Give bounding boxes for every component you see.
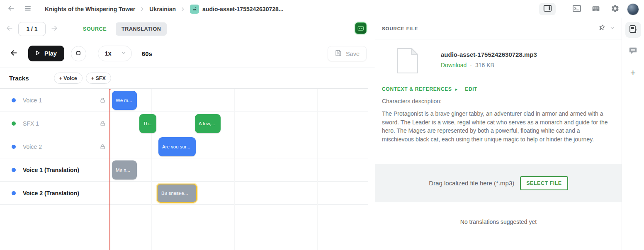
audio-clip[interactable]: Are you sur... bbox=[158, 137, 196, 156]
track-name: SFX 1 bbox=[23, 120, 39, 127]
source-file-header: SOURCE FILE bbox=[375, 18, 622, 39]
total-duration: 60s bbox=[142, 50, 152, 57]
menu-button[interactable] bbox=[21, 2, 35, 16]
playhead[interactable] bbox=[109, 89, 110, 250]
add-sfx-track-button[interactable]: + SFX bbox=[86, 73, 111, 84]
keyboard-button[interactable] bbox=[589, 2, 603, 16]
tab-translation[interactable]: TRANSLATION bbox=[116, 22, 167, 36]
track-row: Voice 1 (Translation) bbox=[0, 158, 368, 182]
file-name: audio-asset-1755242630728.mp3 bbox=[441, 51, 537, 58]
arrow-left-icon bbox=[5, 24, 14, 34]
tracks-header: Tracks + Voice + SFX bbox=[0, 68, 368, 89]
breadcrumb: Knights of the Whispering Tower Ukrainia… bbox=[45, 5, 283, 14]
comment-icon bbox=[628, 46, 638, 57]
settings-button[interactable] bbox=[608, 2, 622, 16]
track-color-dot bbox=[12, 191, 16, 195]
context-references-header[interactable]: CONTEXT & REFERENCES bbox=[382, 86, 452, 92]
track-name: Voice 1 (Translation) bbox=[23, 167, 79, 173]
playback-speed-select[interactable]: 1x bbox=[98, 46, 132, 61]
characters-description-label: Characters description: bbox=[382, 98, 615, 104]
source-file-title: SOURCE FILE bbox=[382, 26, 418, 31]
select-file-button[interactable]: SELECT FILE bbox=[520, 176, 568, 190]
app-window: Knights of the Whispering Tower Ukrainia… bbox=[0, 0, 644, 250]
audio-clip[interactable]: Ми п... bbox=[112, 160, 137, 180]
panel-toggle-button[interactable] bbox=[539, 3, 556, 15]
save-icon bbox=[335, 49, 342, 58]
stop-button[interactable] bbox=[71, 46, 86, 61]
chevron-right-icon bbox=[180, 6, 186, 12]
track-row: Voice 1 bbox=[0, 89, 368, 112]
save-button[interactable]: Save bbox=[328, 46, 367, 61]
sidebar-layout-icon bbox=[543, 5, 552, 14]
terminal-button[interactable] bbox=[570, 2, 584, 16]
tab-source[interactable]: SOURCE bbox=[77, 22, 112, 36]
track-color-dot bbox=[12, 121, 16, 126]
no-translations-message: No translations suggested yet bbox=[375, 218, 622, 225]
terminal-icon bbox=[572, 5, 581, 14]
characters-description-text: The Protagonist is a brave ginger tabby,… bbox=[382, 109, 613, 143]
audio-clip[interactable]: Th... bbox=[139, 114, 156, 133]
next-page-button[interactable] bbox=[48, 23, 61, 35]
track-name: Voice 2 bbox=[23, 143, 42, 150]
track-row: SFX 1 bbox=[0, 112, 368, 135]
add-panel-button[interactable]: + bbox=[625, 65, 641, 81]
document-icon bbox=[397, 48, 418, 75]
tracks-title: Tracks bbox=[9, 75, 29, 82]
file-block: audio-asset-1755242630728.mp3 Download ·… bbox=[397, 48, 615, 75]
chevron-down-icon[interactable] bbox=[610, 25, 615, 32]
source-file-panel: SOURCE FILE audio-asset-1755242630728.mp… bbox=[375, 18, 622, 250]
track-name: Voice 1 bbox=[23, 97, 42, 104]
localized-file-dropzone[interactable]: Drag localized file here (*.mp3) SELECT … bbox=[375, 164, 622, 202]
user-avatar[interactable] bbox=[627, 3, 639, 15]
breadcrumb-asset[interactable]: audio-asset-1755242630728... bbox=[190, 5, 283, 14]
file-size: 316 KB bbox=[475, 62, 494, 68]
caret-right-icon: ▸ bbox=[455, 87, 458, 92]
back-button[interactable] bbox=[4, 2, 18, 16]
meta-separator: · bbox=[470, 62, 472, 68]
stop-icon bbox=[75, 49, 82, 58]
audio-clip[interactable]: We m... bbox=[112, 91, 137, 110]
media-file-icon bbox=[628, 24, 638, 36]
audio-clip[interactable]: Ви впевне... bbox=[157, 184, 197, 203]
topbar: Knights of the Whispering Tower Ukrainia… bbox=[0, 0, 644, 18]
lock-icon[interactable] bbox=[100, 143, 106, 152]
playback-speed-value: 1x bbox=[105, 50, 112, 57]
play-label: Play bbox=[44, 50, 57, 57]
breadcrumb-asset-label: audio-asset-1755242630728... bbox=[202, 6, 283, 12]
audio-clip[interactable]: A low,... bbox=[195, 114, 221, 133]
add-voice-track-button[interactable]: + Voice bbox=[54, 73, 83, 84]
lock-icon[interactable] bbox=[100, 120, 106, 129]
comments-tab-button[interactable] bbox=[625, 44, 641, 59]
track-color-dot bbox=[12, 98, 16, 102]
hamburger-icon bbox=[24, 5, 32, 13]
arrow-right-icon bbox=[50, 24, 58, 34]
keyboard-icon bbox=[591, 5, 601, 14]
pin-icon[interactable] bbox=[598, 24, 605, 33]
play-icon bbox=[34, 49, 41, 58]
media-file-tab-button[interactable] bbox=[625, 22, 641, 38]
lock-icon[interactable] bbox=[100, 97, 106, 105]
image-asset-icon bbox=[190, 5, 199, 14]
exit-editor-button[interactable] bbox=[7, 47, 21, 60]
gear-icon bbox=[611, 4, 620, 14]
track-name: Voice 2 (Translation) bbox=[23, 190, 79, 197]
breadcrumb-language[interactable]: Ukrainian bbox=[149, 6, 176, 12]
track-color-dot bbox=[12, 168, 16, 172]
right-icon-rail: + bbox=[622, 18, 644, 250]
audio-plugin-icon[interactable] bbox=[355, 22, 367, 34]
plus-icon: + bbox=[630, 68, 636, 78]
dropzone-text: Drag localized file here (*.mp3) bbox=[429, 180, 514, 187]
transport-bar: Play 1x 60s Save bbox=[0, 39, 375, 68]
download-link[interactable]: Download bbox=[441, 62, 467, 68]
breadcrumb-project[interactable]: Knights of the Whispering Tower bbox=[45, 6, 135, 12]
chevron-down-icon bbox=[121, 50, 126, 57]
play-button[interactable]: Play bbox=[28, 46, 64, 61]
track-color-dot bbox=[12, 145, 16, 149]
chevron-right-icon bbox=[139, 6, 145, 12]
prev-page-button[interactable] bbox=[3, 23, 16, 35]
edit-context-button[interactable]: EDIT bbox=[465, 86, 477, 92]
back-arrow-icon bbox=[7, 4, 15, 14]
save-label: Save bbox=[346, 51, 360, 57]
page-tab-row: 1 / 1 SOURCE TRANSLATION bbox=[0, 18, 375, 39]
page-indicator: 1 / 1 bbox=[18, 22, 46, 36]
